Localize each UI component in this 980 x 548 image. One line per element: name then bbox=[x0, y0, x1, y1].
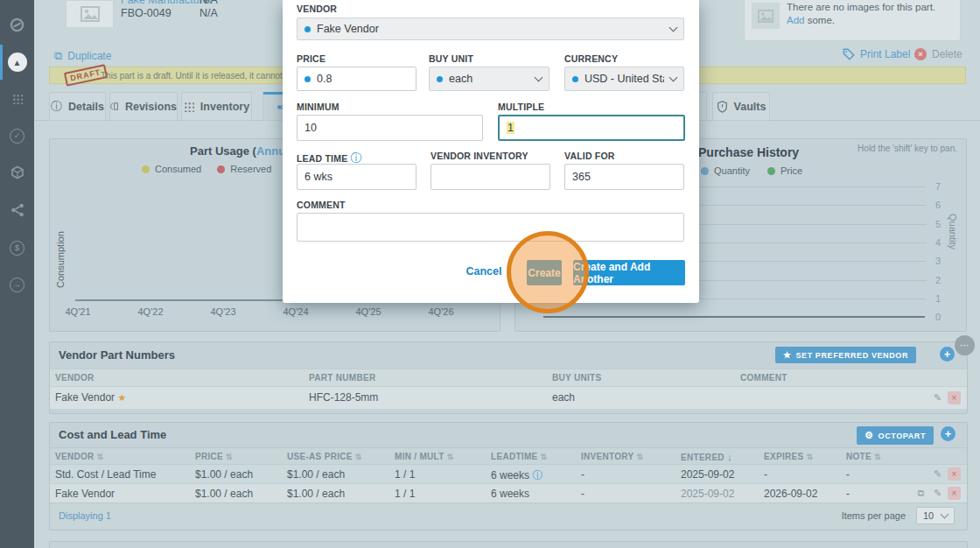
dollar-circle-icon: $ bbox=[10, 241, 24, 256]
set-preferred-vendor-button[interactable]: ★ SET PREFERRED VENDOR bbox=[775, 347, 916, 363]
cancel-button[interactable]: Cancel bbox=[462, 265, 506, 278]
set-preferred-vendor-label: SET PREFERRED VENDOR bbox=[795, 351, 908, 360]
col-price[interactable]: PRICE⇅ bbox=[195, 452, 233, 461]
next-section-edge bbox=[49, 541, 968, 548]
buy-unit-label: BUY UNIT bbox=[429, 53, 473, 64]
sidebar-item-builds[interactable] bbox=[0, 161, 34, 184]
ytick: 3 bbox=[935, 256, 941, 266]
cost-header-row: VENDOR⇅ PRICE⇅ USE-AS PRICE⇅ MIN / MULT⇅… bbox=[50, 447, 967, 464]
sort-icon: ⇅ bbox=[226, 453, 233, 461]
table-row: Fake Vendor $1.00 / each $1.00 / each 1 … bbox=[50, 483, 967, 502]
valid-for-input[interactable]: 365 bbox=[564, 164, 684, 190]
col-min-mult[interactable]: MIN / MULT⇅ bbox=[395, 452, 454, 461]
sidebar-item-inventory[interactable] bbox=[0, 88, 34, 110]
info-icon: ⓘ bbox=[51, 99, 62, 115]
sidebar-item-logout[interactable]: → bbox=[0, 273, 34, 296]
col-expires[interactable]: EXPIRES⇅ bbox=[764, 452, 813, 461]
tab-revisions[interactable]: Revisions bbox=[109, 92, 178, 121]
minimum-value: 10 bbox=[304, 122, 317, 134]
delete-row-icon[interactable]: × bbox=[948, 487, 961, 500]
app-logo-icon[interactable] bbox=[0, 13, 34, 36]
col-entered[interactable]: ENTERED↓ bbox=[681, 452, 732, 462]
table-footer: Displaying 1 Items per page 10 bbox=[50, 502, 967, 529]
add-images-suffix: some. bbox=[808, 15, 835, 25]
sidebar-item-quality[interactable]: ✓ bbox=[0, 124, 34, 147]
legend-quantity: Quantity bbox=[714, 165, 750, 176]
copy-icon: ⧉ bbox=[54, 49, 62, 63]
legend-dot-consumed bbox=[142, 165, 150, 173]
add-vendor-part-number-button[interactable]: + bbox=[940, 347, 955, 362]
edit-icon[interactable]: ✎ bbox=[931, 391, 944, 404]
octopart-button[interactable]: ⚙ OCTOPART bbox=[857, 426, 934, 445]
sort-icon: ⇅ bbox=[355, 453, 362, 461]
sidebar-item-finance[interactable]: $ bbox=[0, 236, 34, 259]
items-per-page-select[interactable]: 10 bbox=[916, 507, 955, 524]
blue-dot-icon bbox=[304, 26, 311, 32]
delete-row-icon[interactable]: × bbox=[948, 467, 961, 481]
part-usage-ylabel: Consumption bbox=[55, 187, 66, 288]
no-images-message: There are no images for this part. bbox=[787, 2, 935, 12]
info-icon[interactable]: ⓘ bbox=[351, 151, 362, 165]
buy-unit-select[interactable]: each bbox=[429, 67, 550, 91]
cost-price-cell: $1.00 / each bbox=[195, 488, 253, 500]
sidebar-item-sourcing[interactable] bbox=[0, 199, 34, 221]
tab-details[interactable]: ⓘ Details bbox=[49, 92, 106, 121]
part-thumbnail-placeholder[interactable] bbox=[66, 0, 114, 28]
delete-row-icon[interactable]: × bbox=[948, 391, 961, 404]
info-icon[interactable]: ⓘ bbox=[532, 469, 542, 481]
table-row: Std. Cost / Lead Time $1.00 / each $1.00… bbox=[50, 464, 967, 483]
col-inventory[interactable]: INVENTORY⇅ bbox=[581, 452, 643, 461]
price-value: 0.8 bbox=[317, 73, 332, 85]
col-note[interactable]: NOTE⇅ bbox=[846, 452, 881, 461]
no-image-placeholder bbox=[752, 3, 780, 29]
comment-textarea[interactable] bbox=[297, 213, 684, 242]
multiple-input[interactable]: 1 bbox=[498, 115, 685, 141]
currency-select[interactable]: USD - United States Doll bbox=[564, 67, 684, 91]
chat-bubble-button[interactable]: ··· bbox=[955, 335, 975, 355]
print-label-button[interactable]: Print Label bbox=[843, 48, 910, 60]
xtick: 4Q'26 bbox=[415, 306, 467, 317]
create-and-add-another-button[interactable]: Create and Add Another bbox=[573, 260, 685, 285]
delete-text: Delete bbox=[932, 48, 962, 60]
purchase-history-xaxis bbox=[543, 316, 925, 318]
col-use-as-price[interactable]: USE-AS PRICE⇅ bbox=[287, 452, 362, 461]
ytick: 0 bbox=[935, 312, 941, 322]
price-input[interactable]: 0.8 bbox=[297, 67, 416, 91]
cost-lead-time-panel: Cost and Lead Time ⚙ OCTOPART + VENDOR⇅ … bbox=[49, 422, 968, 530]
star-icon: ★ bbox=[783, 350, 792, 360]
copy-row-icon[interactable]: ⧉ bbox=[914, 487, 928, 500]
xtick: 4Q'24 bbox=[270, 306, 322, 317]
col-vendor[interactable]: VENDOR⇅ bbox=[55, 452, 103, 461]
col-leadtime[interactable]: LEADTIME⇅ bbox=[491, 452, 547, 461]
items-per-page-value: 10 bbox=[923, 510, 934, 521]
sort-desc-icon: ↓ bbox=[727, 452, 732, 462]
sort-icon: ⇅ bbox=[806, 453, 813, 461]
displaying-count: Displaying 1 bbox=[59, 510, 111, 521]
edit-icon[interactable]: ✎ bbox=[931, 487, 944, 500]
tab-inventory-label: Inventory bbox=[200, 101, 249, 113]
cost-expires-cell: - bbox=[764, 468, 767, 481]
sidebar-item-parts[interactable]: ▲ bbox=[0, 51, 34, 74]
add-images-link[interactable]: Add bbox=[787, 15, 804, 25]
tab-inventory[interactable]: Inventory bbox=[181, 92, 252, 121]
legend-consumed: Consumed bbox=[155, 164, 201, 174]
part-usage-title-prefix: Part Usage ( bbox=[190, 144, 256, 158]
ytick: 7 bbox=[935, 181, 941, 192]
image-placeholder-icon bbox=[80, 6, 100, 22]
vendor-inventory-input[interactable] bbox=[430, 164, 550, 190]
lead-time-input[interactable]: 6 wks bbox=[297, 164, 416, 190]
print-label-text: Print Label bbox=[860, 48, 910, 60]
add-cost-button[interactable]: + bbox=[941, 426, 956, 441]
vendor-select[interactable]: Fake Vendor bbox=[297, 18, 684, 40]
legend-reserved: Reserved bbox=[230, 164, 271, 174]
chevron-down-icon bbox=[941, 510, 949, 519]
cost-vendor-cell: Std. Cost / Lead Time bbox=[55, 468, 156, 481]
tab-vaults[interactable]: Vaults bbox=[712, 92, 770, 121]
minimum-input[interactable]: 10 bbox=[297, 115, 483, 141]
sort-icon: ⇅ bbox=[874, 453, 881, 461]
duplicate-button[interactable]: ⧉ Duplicate bbox=[54, 49, 111, 63]
cost-leadtime-cell: 6 weeks bbox=[491, 488, 529, 500]
edit-icon[interactable]: ✎ bbox=[931, 467, 944, 481]
delete-button[interactable]: × Delete bbox=[914, 48, 962, 60]
price-label: PRICE bbox=[297, 53, 326, 64]
